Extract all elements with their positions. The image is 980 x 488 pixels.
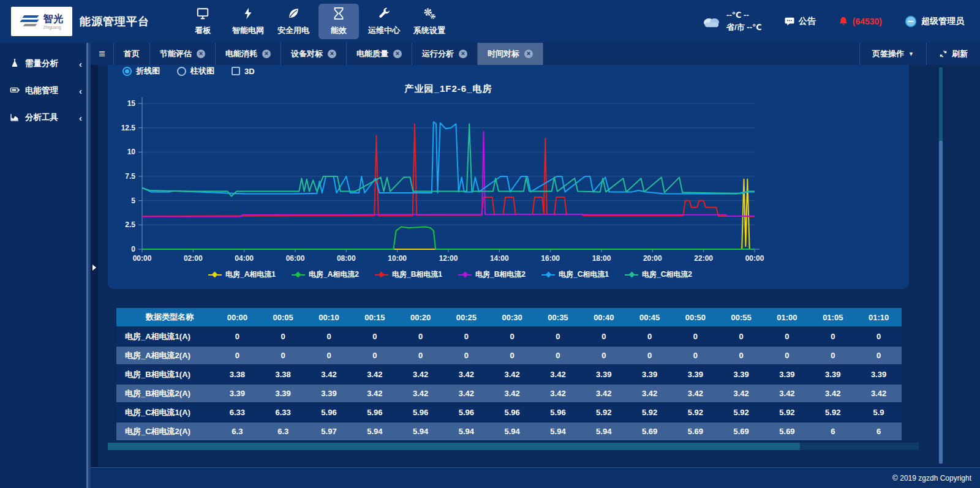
table-cell: 5.94 [352,427,398,436]
nav-item-2[interactable]: 智能电网 [228,4,268,39]
sidebar-item-2[interactable]: 电能管理 ‹ [0,77,91,104]
svg-text:7.5: 7.5 [125,172,135,181]
table-header-cell: 01:05 [810,313,856,322]
tab-label: 电能质量 [356,48,388,59]
nav-item-label: 能效 [331,25,347,36]
svg-text:0: 0 [131,245,135,253]
table-cell: 0 [673,332,718,341]
svg-text:08:00: 08:00 [337,254,356,263]
tab-operations-button[interactable]: 页签操作 ▼ [859,43,926,65]
data-table: 数据类型名称00:0000:0500:1000:1500:2000:2500:3… [116,308,902,441]
table-cell: 0 [535,332,581,341]
header-right: --℃ -- 省/市 --℃ 公告 (64530) 超级管理员 [701,9,980,34]
table-header-cell: 00:50 [673,313,718,322]
tab-item-1[interactable]: 首页 [114,43,150,65]
table-cell: 3.39 [673,370,718,379]
table-cell: 3.39 [260,389,306,398]
row-label: 电房_A相电流2(A) [116,350,214,361]
table-cell: 0 [306,332,352,341]
table-row: 电房_B相电流2(A)3.393.393.393.423.423.423.423… [116,385,902,402]
table-cell: 3.39 [306,389,352,398]
sidebar-item-1[interactable]: 需量分析 ‹ [0,50,91,77]
nav-item-1[interactable]: 看板 [183,4,223,39]
table-cell: 3.42 [581,389,627,398]
table-cell: 0 [443,351,489,360]
hamburger-menu-icon[interactable]: ≡ [91,43,114,65]
vertical-scrollbar-thumb[interactable] [939,67,943,141]
refresh-label: 刷新 [952,48,968,59]
close-icon[interactable]: × [262,50,271,58]
nav-item-5[interactable]: 运维中心 [364,4,404,39]
collapse-arrow-icon[interactable] [92,265,96,271]
legend-item[interactable]: 电房_A相电流1 [208,269,276,280]
nav-item-label: 系统设置 [413,25,445,36]
table-row: 电房_C相电流1(A)6.336.335.965.965.965.965.965… [116,404,902,421]
tab-bar: ≡ 首页节能评估×电能消耗×设备对标×电能质量×运行分析×时间对标× 页签操作 … [91,43,980,65]
tab-item-6[interactable]: 运行分析× [412,43,478,65]
table-cell: 3.42 [443,370,489,379]
svg-text:14:00: 14:00 [490,254,509,263]
close-icon[interactable]: × [197,50,205,58]
sidebar-item-3[interactable]: 分析工具 ‹ [0,104,91,131]
table-cell: 3.39 [214,389,260,398]
page-title: 能源管理平台 [80,14,149,29]
table-cell: 5.9 [856,408,902,417]
table-cell: 6.33 [214,408,260,417]
table-cell: 0 [214,351,260,360]
battery-icon [10,85,25,97]
nav-item-3[interactable]: 安全用电 [273,4,314,39]
chevron-left-icon: ‹ [79,113,82,123]
tab-item-2[interactable]: 节能评估× [150,43,216,65]
close-icon[interactable]: × [328,50,336,58]
row-label: 电房_C相电流1(A) [116,407,214,418]
tab-item-7[interactable]: 时间对标× [478,43,543,65]
user-menu[interactable]: 超级管理员 [904,15,964,28]
legend-marker [541,272,555,277]
legend-item[interactable]: 电房_B相电流2 [458,269,526,280]
table-cell: 0 [352,332,398,341]
notice-button[interactable]: 公告 [784,16,816,27]
table-cell: 3.39 [718,370,764,379]
svg-text:20:00: 20:00 [643,254,662,263]
close-icon[interactable]: × [524,50,533,58]
table-cell: 0 [398,351,443,360]
table-cell: 6.33 [260,408,306,417]
table-cell: 3.42 [443,389,489,398]
table-cell: 5.69 [673,427,718,436]
close-icon[interactable]: × [393,50,402,58]
sidebar-item-label: 分析工具 [25,112,58,123]
table-cell: 5.92 [627,408,673,417]
legend-marker [292,272,305,277]
vertical-scrollbar[interactable] [939,67,943,464]
svg-text:5: 5 [131,197,135,205]
legend-item[interactable]: 电房_B相电流1 [375,269,442,280]
refresh-icon [939,50,948,58]
sidebar-item-label: 电能管理 [25,85,58,96]
refresh-button[interactable]: 刷新 [926,43,980,65]
nav-item-4[interactable]: 能效 [318,4,359,39]
nav-item-6[interactable]: 系统设置 [409,4,450,39]
legend-item[interactable]: 电房_C相电流2 [625,269,692,280]
legend-item[interactable]: 电房_A相电流2 [292,269,359,280]
table-cell: 0 [764,332,810,341]
tab-item-5[interactable]: 电能质量× [347,43,412,65]
tab-item-4[interactable]: 设备对标× [281,43,347,65]
legend-item[interactable]: 电房_C相电流1 [541,269,609,280]
row-label: 电房_A相电流1(A) [116,331,214,342]
tab-item-3[interactable]: 电能消耗× [216,43,281,65]
close-icon[interactable]: × [459,50,467,58]
alarm-button[interactable]: (64530) [838,16,882,27]
svg-text:12.5: 12.5 [121,124,136,132]
table-row: 电房_A相电流2(A)000000000000000 [116,347,902,364]
horizontal-scrollbar[interactable] [108,443,919,450]
table-cell: 0 [489,332,535,341]
table-cell: 3.42 [398,389,443,398]
nav-item-label: 看板 [195,25,211,36]
legend-marker [375,272,388,277]
legend-label: 电房_C相电流2 [642,269,692,280]
table-cell: 3.38 [214,370,260,379]
table-cell: 6 [810,427,856,436]
table-cell: 5.92 [581,408,627,417]
horizontal-scrollbar-thumb[interactable] [108,443,800,450]
table-cell: 5.96 [489,408,535,417]
